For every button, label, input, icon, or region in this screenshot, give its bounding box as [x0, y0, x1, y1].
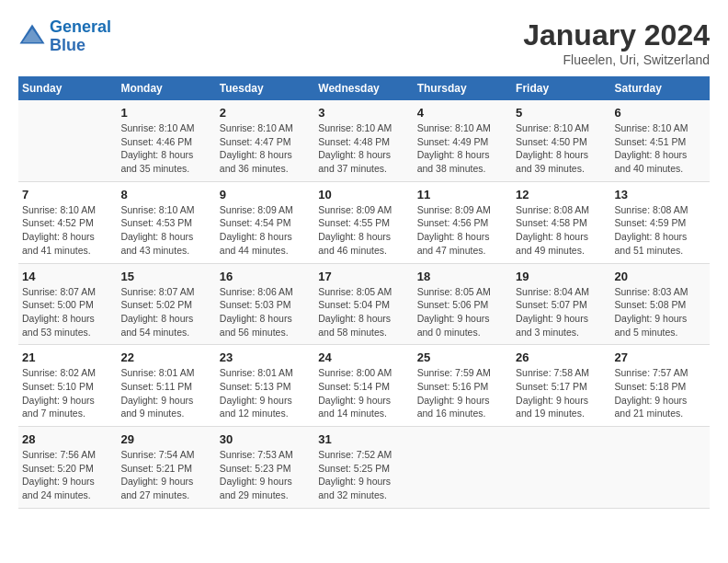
day-info: Sunrise: 8:10 AM Sunset: 4:47 PM Dayligh… — [220, 121, 311, 176]
month-title: January 2024 — [523, 18, 710, 52]
day-number: 5 — [516, 106, 607, 120]
weekday-header-thursday: Thursday — [414, 76, 512, 100]
day-number: 12 — [516, 188, 607, 201]
day-info: Sunrise: 8:10 AM Sunset: 4:48 PM Dayligh… — [318, 121, 409, 176]
day-info: Sunrise: 7:52 AM Sunset: 5:25 PM Dayligh… — [318, 448, 409, 502]
logo: General Blue — [18, 18, 111, 55]
calendar-cell: 23Sunrise: 8:01 AM Sunset: 5:13 PM Dayli… — [216, 345, 314, 427]
day-number: 11 — [417, 188, 508, 201]
day-number: 30 — [220, 432, 311, 446]
calendar-cell: 16Sunrise: 8:06 AM Sunset: 5:03 PM Dayli… — [216, 263, 314, 345]
day-number: 24 — [318, 350, 409, 364]
calendar-cell: 6Sunrise: 8:10 AM Sunset: 4:51 PM Daylig… — [611, 100, 710, 181]
calendar-cell: 29Sunrise: 7:54 AM Sunset: 5:21 PM Dayli… — [117, 427, 215, 509]
calendar-cell: 15Sunrise: 8:07 AM Sunset: 5:02 PM Dayli… — [117, 263, 215, 345]
calendar-week-row: 28Sunrise: 7:56 AM Sunset: 5:20 PM Dayli… — [18, 427, 710, 509]
page-header: General Blue January 2024 Flueelen, Uri,… — [18, 18, 710, 67]
day-info: Sunrise: 8:08 AM Sunset: 4:58 PM Dayligh… — [516, 203, 607, 258]
weekday-header-monday: Monday — [117, 76, 215, 100]
day-number: 7 — [22, 188, 113, 201]
weekday-header-tuesday: Tuesday — [216, 76, 314, 100]
day-info: Sunrise: 8:09 AM Sunset: 4:54 PM Dayligh… — [220, 203, 311, 258]
day-info: Sunrise: 8:10 AM Sunset: 4:49 PM Dayligh… — [417, 121, 508, 176]
day-info: Sunrise: 7:53 AM Sunset: 5:23 PM Dayligh… — [220, 448, 311, 502]
day-number: 6 — [615, 106, 706, 120]
day-number: 23 — [220, 350, 311, 364]
calendar-cell: 21Sunrise: 8:02 AM Sunset: 5:10 PM Dayli… — [18, 345, 117, 427]
calendar-cell: 26Sunrise: 7:58 AM Sunset: 5:17 PM Dayli… — [512, 345, 610, 427]
calendar-week-row: 14Sunrise: 8:07 AM Sunset: 5:00 PM Dayli… — [18, 263, 710, 345]
day-number: 13 — [615, 188, 706, 201]
day-info: Sunrise: 8:07 AM Sunset: 5:00 PM Dayligh… — [22, 285, 113, 339]
day-info: Sunrise: 7:59 AM Sunset: 5:16 PM Dayligh… — [417, 366, 508, 420]
day-number: 28 — [22, 432, 113, 446]
calendar-cell: 5Sunrise: 8:10 AM Sunset: 4:50 PM Daylig… — [512, 100, 610, 181]
day-info: Sunrise: 7:57 AM Sunset: 5:18 PM Dayligh… — [615, 366, 706, 420]
logo-line2: Blue — [50, 36, 85, 54]
calendar-cell: 13Sunrise: 8:08 AM Sunset: 4:59 PM Dayli… — [611, 181, 710, 263]
calendar-cell: 12Sunrise: 8:08 AM Sunset: 4:58 PM Dayli… — [512, 181, 610, 263]
day-info: Sunrise: 8:05 AM Sunset: 5:04 PM Dayligh… — [318, 285, 409, 339]
calendar-cell: 2Sunrise: 8:10 AM Sunset: 4:47 PM Daylig… — [216, 100, 314, 181]
calendar-cell: 22Sunrise: 8:01 AM Sunset: 5:11 PM Dayli… — [117, 345, 215, 427]
day-info: Sunrise: 8:10 AM Sunset: 4:46 PM Dayligh… — [120, 121, 211, 176]
weekday-header-sunday: Sunday — [18, 76, 117, 100]
location-subtitle: Flueelen, Uri, Switzerland — [523, 52, 710, 67]
calendar-cell: 27Sunrise: 7:57 AM Sunset: 5:18 PM Dayli… — [611, 345, 710, 427]
calendar-week-row: 7Sunrise: 8:10 AM Sunset: 4:52 PM Daylig… — [18, 181, 710, 263]
day-info: Sunrise: 7:58 AM Sunset: 5:17 PM Dayligh… — [516, 366, 607, 420]
day-number: 9 — [220, 188, 311, 201]
day-info: Sunrise: 8:04 AM Sunset: 5:07 PM Dayligh… — [516, 285, 607, 339]
logo-icon — [18, 23, 46, 51]
calendar-cell: 1Sunrise: 8:10 AM Sunset: 4:46 PM Daylig… — [117, 100, 215, 181]
day-number: 8 — [120, 188, 211, 201]
calendar-table: SundayMondayTuesdayWednesdayThursdayFrid… — [18, 76, 710, 509]
day-info: Sunrise: 8:08 AM Sunset: 4:59 PM Dayligh… — [615, 203, 706, 258]
calendar-cell: 17Sunrise: 8:05 AM Sunset: 5:04 PM Dayli… — [314, 263, 413, 345]
day-info: Sunrise: 8:09 AM Sunset: 4:56 PM Dayligh… — [417, 203, 508, 258]
calendar-cell: 8Sunrise: 8:10 AM Sunset: 4:53 PM Daylig… — [117, 181, 215, 263]
calendar-cell: 7Sunrise: 8:10 AM Sunset: 4:52 PM Daylig… — [18, 181, 117, 263]
day-number: 14 — [22, 270, 113, 283]
calendar-cell: 10Sunrise: 8:09 AM Sunset: 4:55 PM Dayli… — [314, 181, 413, 263]
day-info: Sunrise: 8:10 AM Sunset: 4:50 PM Dayligh… — [516, 121, 607, 176]
day-number: 18 — [417, 270, 508, 283]
logo-line1: General — [50, 17, 111, 36]
day-info: Sunrise: 8:10 AM Sunset: 4:51 PM Dayligh… — [615, 121, 706, 176]
calendar-cell: 20Sunrise: 8:03 AM Sunset: 5:08 PM Dayli… — [611, 263, 710, 345]
logo-text: General Blue — [50, 18, 111, 55]
calendar-cell: 30Sunrise: 7:53 AM Sunset: 5:23 PM Dayli… — [216, 427, 314, 509]
calendar-cell: 24Sunrise: 8:00 AM Sunset: 5:14 PM Dayli… — [314, 345, 413, 427]
day-number: 17 — [318, 270, 409, 283]
day-info: Sunrise: 8:05 AM Sunset: 5:06 PM Dayligh… — [417, 285, 508, 339]
calendar-cell: 4Sunrise: 8:10 AM Sunset: 4:49 PM Daylig… — [414, 100, 512, 181]
weekday-header-row: SundayMondayTuesdayWednesdayThursdayFrid… — [18, 76, 710, 100]
day-info: Sunrise: 8:09 AM Sunset: 4:55 PM Dayligh… — [318, 203, 409, 258]
calendar-cell: 31Sunrise: 7:52 AM Sunset: 5:25 PM Dayli… — [314, 427, 413, 509]
day-number: 2 — [220, 106, 311, 120]
day-info: Sunrise: 8:06 AM Sunset: 5:03 PM Dayligh… — [220, 285, 311, 339]
calendar-cell: 18Sunrise: 8:05 AM Sunset: 5:06 PM Dayli… — [414, 263, 512, 345]
calendar-cell: 3Sunrise: 8:10 AM Sunset: 4:48 PM Daylig… — [314, 100, 413, 181]
day-info: Sunrise: 8:03 AM Sunset: 5:08 PM Dayligh… — [615, 285, 706, 339]
day-info: Sunrise: 8:10 AM Sunset: 4:53 PM Dayligh… — [120, 203, 211, 258]
day-info: Sunrise: 8:01 AM Sunset: 5:11 PM Dayligh… — [120, 366, 211, 420]
day-number: 16 — [220, 270, 311, 283]
day-info: Sunrise: 7:56 AM Sunset: 5:20 PM Dayligh… — [22, 448, 113, 502]
day-number: 1 — [120, 106, 211, 120]
day-number: 20 — [615, 270, 706, 283]
calendar-week-row: 1Sunrise: 8:10 AM Sunset: 4:46 PM Daylig… — [18, 100, 710, 181]
day-info: Sunrise: 8:00 AM Sunset: 5:14 PM Dayligh… — [318, 366, 409, 420]
calendar-cell: 9Sunrise: 8:09 AM Sunset: 4:54 PM Daylig… — [216, 181, 314, 263]
calendar-cell: 11Sunrise: 8:09 AM Sunset: 4:56 PM Dayli… — [414, 181, 512, 263]
day-number: 15 — [120, 270, 211, 283]
day-number: 31 — [318, 432, 409, 446]
day-number: 4 — [417, 106, 508, 120]
calendar-cell: 25Sunrise: 7:59 AM Sunset: 5:16 PM Dayli… — [414, 345, 512, 427]
weekday-header-friday: Friday — [512, 76, 610, 100]
day-number: 22 — [120, 350, 211, 364]
day-number: 3 — [318, 106, 409, 120]
calendar-cell — [414, 427, 512, 509]
day-info: Sunrise: 8:10 AM Sunset: 4:52 PM Dayligh… — [22, 203, 113, 258]
day-number: 19 — [516, 270, 607, 283]
